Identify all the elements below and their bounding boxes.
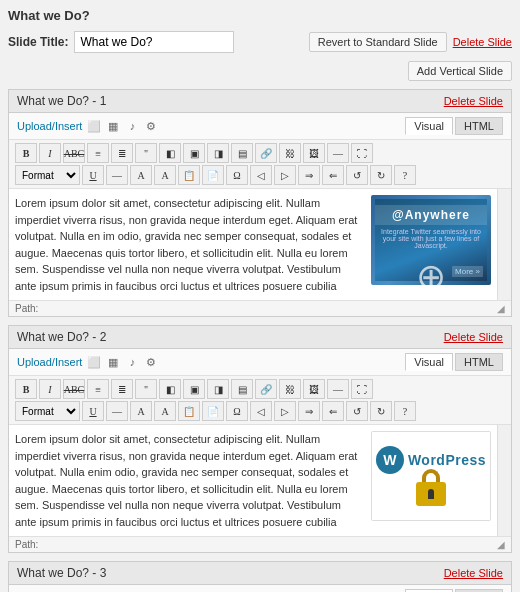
slide-2-html-tab[interactable]: HTML — [455, 353, 503, 371]
slide-1-upload-link[interactable]: Upload/Insert — [17, 120, 82, 132]
fullscreen-button[interactable]: ⛶ — [351, 143, 373, 163]
hr-button-2[interactable]: — — [106, 401, 128, 421]
slide-2-resize-handle[interactable]: ◢ — [497, 539, 505, 550]
slide-1-delete-button[interactable]: Delete Slide — [444, 95, 503, 107]
more-break-button-2[interactable]: — — [327, 379, 349, 399]
format-select[interactable]: Format — [15, 165, 80, 185]
font-color-button[interactable]: A — [130, 165, 152, 185]
more-break-button[interactable]: — — [327, 143, 349, 163]
slide-2-image: W WordPress — [371, 431, 491, 521]
help-button[interactable]: ? — [394, 165, 416, 185]
paste2-button-2[interactable]: 📄 — [202, 401, 224, 421]
outdent-button[interactable]: ◁ — [250, 165, 272, 185]
slide-1-title: What we Do? - 1 — [17, 94, 106, 108]
align-right-button[interactable]: ◨ — [207, 143, 229, 163]
italic-button-2[interactable]: I — [39, 379, 61, 399]
align-right-button-2[interactable]: ◨ — [207, 379, 229, 399]
unlink-button-2[interactable]: ⛓ — [279, 379, 301, 399]
underline-button[interactable]: U — [82, 165, 104, 185]
slide-2-editor-content: Lorem ipsum dolor sit amet, consectetur … — [9, 425, 511, 536]
slide-1-visual-tab[interactable]: Visual — [405, 117, 453, 135]
help-button-2[interactable]: ? — [394, 401, 416, 421]
align-center-button[interactable]: ▣ — [183, 143, 205, 163]
slide-title-input[interactable] — [74, 31, 234, 53]
scrollbar-2[interactable] — [497, 425, 511, 536]
slide-title-row: Slide Title: Revert to Standard Slide De… — [8, 31, 512, 53]
blockquote-button[interactable]: " — [135, 143, 157, 163]
justify-button[interactable]: ▤ — [231, 143, 253, 163]
bg-color-button-2[interactable]: A — [154, 401, 176, 421]
bold-button-2[interactable]: B — [15, 379, 37, 399]
strikethrough-button-2[interactable]: ABC — [63, 379, 85, 399]
settings-icon-2[interactable]: ⚙ — [143, 354, 159, 370]
slide-1-editor-tabs: Visual HTML — [405, 117, 503, 135]
slide-2-path-label: Path: — [15, 539, 38, 550]
italic-button[interactable]: I — [39, 143, 61, 163]
underline-button-2[interactable]: U — [82, 401, 104, 421]
image-insert-button[interactable]: 🖼 — [303, 143, 325, 163]
paste-button-2[interactable]: 📋 — [178, 401, 200, 421]
delete-slide-top-button[interactable]: Delete Slide — [453, 36, 512, 48]
bg-color-button[interactable]: A — [154, 165, 176, 185]
align-left-button[interactable]: ◧ — [159, 143, 181, 163]
slide-3-delete-button[interactable]: Delete Slide — [444, 567, 503, 579]
redo-button-2[interactable]: ↻ — [370, 401, 392, 421]
ltr-button-2[interactable]: ⇒ — [298, 401, 320, 421]
indent-button-2[interactable]: ▷ — [274, 401, 296, 421]
ol-button-2[interactable]: ≣ — [111, 379, 133, 399]
scrollbar[interactable] — [497, 189, 511, 300]
ul-button[interactable]: ≡ — [87, 143, 109, 163]
more-link: More » — [452, 266, 483, 277]
rtl-button-2[interactable]: ⇐ — [322, 401, 344, 421]
slide-2-text[interactable]: Lorem ipsum dolor sit amet, consectetur … — [15, 431, 365, 530]
image-insert-button-2[interactable]: 🖼 — [303, 379, 325, 399]
audio-icon[interactable]: ♪ — [124, 118, 140, 134]
video-icon[interactable]: ▦ — [105, 118, 121, 134]
indent-button[interactable]: ▷ — [274, 165, 296, 185]
slide-2-visual-tab[interactable]: Visual — [405, 353, 453, 371]
justify-button-2[interactable]: ▤ — [231, 379, 253, 399]
slide-2-toolbar-row-2: Format U — A A 📋 📄 Ω ◁ ▷ ⇒ ⇐ ↺ ↻ ? — [15, 401, 505, 421]
special-char-button-2[interactable]: Ω — [226, 401, 248, 421]
redo-button[interactable]: ↻ — [370, 165, 392, 185]
unlink-button[interactable]: ⛓ — [279, 143, 301, 163]
special-char-button[interactable]: Ω — [226, 165, 248, 185]
lock-shackle — [422, 469, 440, 483]
fullscreen-button-2[interactable]: ⛶ — [351, 379, 373, 399]
undo-button[interactable]: ↺ — [346, 165, 368, 185]
align-left-button-2[interactable]: ◧ — [159, 379, 181, 399]
slide-2-upload-link[interactable]: Upload/Insert — [17, 356, 82, 368]
blockquote-button-2[interactable]: " — [135, 379, 157, 399]
paste-button[interactable]: 📋 — [178, 165, 200, 185]
link-button-2[interactable]: 🔗 — [255, 379, 277, 399]
slide-1-resize-handle[interactable]: ◢ — [497, 303, 505, 314]
add-vertical-slide-button[interactable]: Add Vertical Slide — [408, 61, 512, 81]
slide-1-media-icons: ⬜ ▦ ♪ ⚙ — [86, 118, 159, 134]
image-icon[interactable]: ⬜ — [86, 118, 102, 134]
outdent-button-2[interactable]: ◁ — [250, 401, 272, 421]
undo-button-2[interactable]: ↺ — [346, 401, 368, 421]
align-center-button-2[interactable]: ▣ — [183, 379, 205, 399]
slide-1-html-tab[interactable]: HTML — [455, 117, 503, 135]
wp-brand-text: WordPress — [408, 452, 486, 468]
audio-icon-2[interactable]: ♪ — [124, 354, 140, 370]
ol-button[interactable]: ≣ — [111, 143, 133, 163]
slide-1-path-label: Path: — [15, 303, 38, 314]
settings-icon[interactable]: ⚙ — [143, 118, 159, 134]
slide-1-text[interactable]: Lorem ipsum dolor sit amet, consectetur … — [15, 195, 365, 294]
bold-button[interactable]: B — [15, 143, 37, 163]
ul-button-2[interactable]: ≡ — [87, 379, 109, 399]
slide-2-header: What we Do? - 2 Delete Slide — [9, 326, 511, 349]
font-color-button-2[interactable]: A — [130, 401, 152, 421]
video-icon-2[interactable]: ▦ — [105, 354, 121, 370]
hr-button[interactable]: — — [106, 165, 128, 185]
ltr-button[interactable]: ⇒ — [298, 165, 320, 185]
slide-2-delete-button[interactable]: Delete Slide — [444, 331, 503, 343]
paste2-button[interactable]: 📄 — [202, 165, 224, 185]
rtl-button[interactable]: ⇐ — [322, 165, 344, 185]
image-icon-2[interactable]: ⬜ — [86, 354, 102, 370]
link-button[interactable]: 🔗 — [255, 143, 277, 163]
strikethrough-button[interactable]: ABC — [63, 143, 85, 163]
revert-button[interactable]: Revert to Standard Slide — [309, 32, 447, 52]
format-select-2[interactable]: Format — [15, 401, 80, 421]
